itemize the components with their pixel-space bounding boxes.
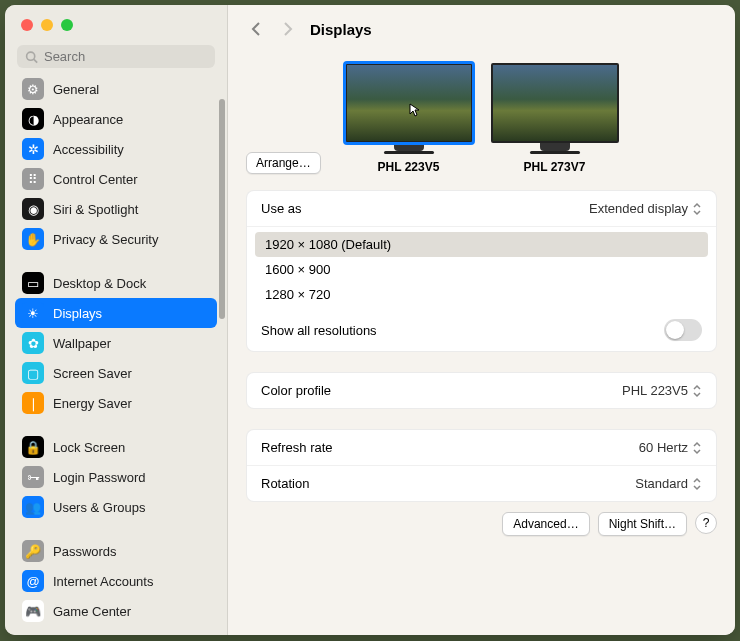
refresh-rate-label: Refresh rate [261,440,333,455]
display-name-label: PHL 273V7 [491,160,619,174]
refresh-rate-popup[interactable]: 60 Hertz [639,440,702,455]
chevron-up-down-icon [692,441,702,455]
sidebar-item-desktop-dock[interactable]: ▭Desktop & Dock [15,268,217,298]
sidebar-item-label: Accessibility [53,142,124,157]
footer-buttons: Advanced… Night Shift… ? [228,512,735,548]
sidebar-item-icon: 🎮 [22,600,44,622]
sidebar-item-label: General [53,82,99,97]
minimize-window-button[interactable] [41,19,53,31]
sidebar-item-game-center[interactable]: 🎮Game Center [15,596,217,624]
sidebar-item-label: Game Center [53,604,131,619]
sidebar-item-icon: ⚙ [22,78,44,100]
sidebar-item-label: Appearance [53,112,123,127]
sidebar-item-internet-accounts[interactable]: @Internet Accounts [15,566,217,596]
sidebar-item-accessibility[interactable]: ✲Accessibility [15,134,217,164]
display-arrangement: Arrange… PHL 223V5PHL 273V7 [228,45,735,180]
chevron-up-down-icon [692,384,702,398]
sidebar-item-passwords[interactable]: 🔑Passwords [15,536,217,566]
use-as-popup[interactable]: Extended display [589,201,702,216]
sidebar-item-users-groups[interactable]: 👥Users & Groups [15,492,217,522]
use-as-row: Use as Extended display [247,191,716,227]
rotation-label: Rotation [261,476,309,491]
sidebar-item-icon: ✿ [22,332,44,354]
sidebar-item-label: Desktop & Dock [53,276,146,291]
sidebar-item-energy-saver[interactable]: ❘Energy Saver [15,388,217,418]
sidebar: ⚙General◑Appearance✲Accessibility⠿Contro… [5,5,228,635]
sidebar-item-label: Privacy & Security [53,232,158,247]
sidebar-item-label: Displays [53,306,102,321]
sidebar-item-label: Lock Screen [53,440,125,455]
sidebar-item-general[interactable]: ⚙General [15,74,217,104]
sidebar-item-icon: 🗝 [22,466,44,488]
sidebar-list[interactable]: ⚙General◑Appearance✲Accessibility⠿Contro… [5,74,227,624]
color-profile-panel: Color profile PHL 223V5 [246,372,717,409]
sidebar-item-label: Screen Saver [53,366,132,381]
resolution-option[interactable]: 1280 × 720 [255,282,708,307]
sidebar-item-privacy-security[interactable]: ✋Privacy & Security [15,224,217,254]
color-profile-label: Color profile [261,383,331,398]
sidebar-item-lock-screen[interactable]: 🔒Lock Screen [15,432,217,462]
display-thumbnail[interactable]: PHL 273V7 [491,63,619,174]
traffic-lights [5,5,227,31]
monitor-icon [345,63,473,143]
sidebar-item-label: Energy Saver [53,396,132,411]
close-window-button[interactable] [21,19,33,31]
chevron-up-down-icon [692,202,702,216]
resolution-option[interactable]: 1600 × 900 [255,257,708,282]
rotation-row: Rotation Standard [247,466,716,501]
rotation-popup[interactable]: Standard [635,476,702,491]
svg-line-1 [34,59,37,62]
sidebar-item-icon: 👥 [22,496,44,518]
sidebar-item-icon: ✋ [22,228,44,250]
sidebar-item-label: Wallpaper [53,336,111,351]
main-content: Displays Arrange… PHL 223V5PHL 273V7 Use… [228,5,735,635]
sidebar-item-login-password[interactable]: 🗝Login Password [15,462,217,492]
chevron-up-down-icon [692,477,702,491]
use-as-label: Use as [261,201,301,216]
help-button[interactable]: ? [695,512,717,534]
sidebar-item-label: Control Center [53,172,138,187]
sidebar-item-icon: 🔑 [22,540,44,562]
sidebar-item-icon: 🔒 [22,436,44,458]
zoom-window-button[interactable] [61,19,73,31]
sidebar-item-icon: ☀ [22,302,44,324]
sidebar-item-icon: ❘ [22,392,44,414]
sidebar-item-displays[interactable]: ☀Displays [15,298,217,328]
sidebar-scrollbar[interactable] [219,99,225,319]
search-field[interactable] [17,45,215,68]
sidebar-item-label: Passwords [53,544,117,559]
back-button[interactable] [246,19,266,39]
system-settings-window: ⚙General◑Appearance✲Accessibility⠿Contro… [5,5,735,635]
show-all-resolutions-label: Show all resolutions [261,323,377,338]
sidebar-item-appearance[interactable]: ◑Appearance [15,104,217,134]
sidebar-item-icon: ▢ [22,362,44,384]
color-profile-popup[interactable]: PHL 223V5 [622,383,702,398]
forward-button[interactable] [278,19,298,39]
sidebar-item-siri-spotlight[interactable]: ◉Siri & Spotlight [15,194,217,224]
sidebar-item-icon: ⠿ [22,168,44,190]
color-profile-row: Color profile PHL 223V5 [247,373,716,408]
advanced-button[interactable]: Advanced… [502,512,589,536]
display-settings-panel: Use as Extended display 1920 × 1080 (Def… [246,190,717,352]
show-all-resolutions-row: Show all resolutions [247,309,716,351]
sidebar-item-icon: ✲ [22,138,44,160]
resolution-list: 1920 × 1080 (Default)1600 × 9001280 × 72… [247,227,716,309]
sidebar-item-label: Internet Accounts [53,574,153,589]
night-shift-button[interactable]: Night Shift… [598,512,687,536]
cursor-icon [409,103,423,117]
refresh-rotation-panel: Refresh rate 60 Hertz Rotation Standard [246,429,717,502]
monitor-icon [491,63,619,143]
sidebar-item-screen-saver[interactable]: ▢Screen Saver [15,358,217,388]
resolution-option[interactable]: 1920 × 1080 (Default) [255,232,708,257]
refresh-rate-row: Refresh rate 60 Hertz [247,430,716,466]
search-icon [25,50,38,64]
sidebar-item-control-center[interactable]: ⠿Control Center [15,164,217,194]
sidebar-item-icon: ▭ [22,272,44,294]
display-thumbnail[interactable]: PHL 223V5 [345,63,473,174]
sidebar-item-icon: ◑ [22,108,44,130]
arrange-button[interactable]: Arrange… [246,152,321,174]
sidebar-item-label: Login Password [53,470,146,485]
search-input[interactable] [38,49,207,64]
show-all-resolutions-toggle[interactable] [664,319,702,341]
sidebar-item-wallpaper[interactable]: ✿Wallpaper [15,328,217,358]
